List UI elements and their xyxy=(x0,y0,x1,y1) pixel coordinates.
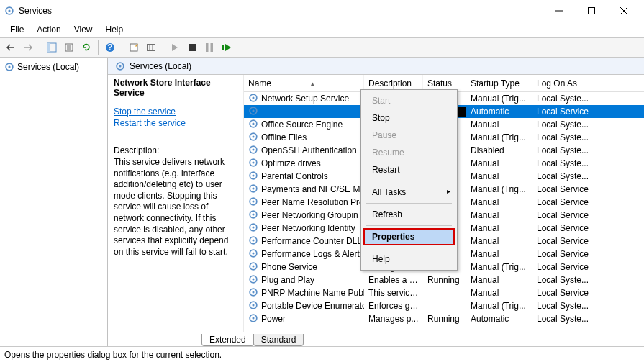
service-log-on-as: Local Service xyxy=(532,249,597,259)
gear-icon xyxy=(248,235,258,248)
tab-extended[interactable]: Extended xyxy=(201,334,254,346)
ctx-properties[interactable]: Properties xyxy=(363,228,455,245)
pause-service-button[interactable] xyxy=(201,40,217,55)
status-text: Opens the properties dialog box for the … xyxy=(4,350,222,360)
service-name: Performance Counter DLL xyxy=(261,236,362,246)
svg-point-31 xyxy=(252,122,254,125)
service-name: PNRP Machine Name Publi... xyxy=(261,288,364,298)
service-name: Parental Controls xyxy=(261,171,328,181)
start-service-button[interactable] xyxy=(167,40,183,55)
svg-text:?: ? xyxy=(107,42,112,53)
svg-point-59 xyxy=(252,304,254,306)
service-name: Network Setup Service xyxy=(261,94,349,104)
col-name[interactable]: Name▴ xyxy=(244,75,364,91)
gear-icon xyxy=(248,171,258,183)
service-log-on-as: Local Syste... xyxy=(532,158,597,168)
service-description: Enables a c... xyxy=(364,275,423,285)
menu-file[interactable]: File xyxy=(4,23,30,36)
restart-service-link[interactable]: Restart the service xyxy=(114,118,236,128)
svg-point-47 xyxy=(252,226,254,228)
menu-action[interactable]: Action xyxy=(31,23,66,36)
status-bar: Opens the properties dialog box for the … xyxy=(0,346,644,362)
service-name: Peer Name Resolution Pro xyxy=(261,197,364,207)
stop-service-link[interactable]: Stop the service xyxy=(114,107,236,117)
service-row[interactable]: Plug and PlayEnables a c...RunningManual… xyxy=(244,273,644,286)
ctx-resume: Resume xyxy=(363,144,455,161)
ctx-start: Start xyxy=(363,92,455,109)
service-startup-type: Automatic xyxy=(466,107,532,117)
service-startup-type: Manual (Trig... xyxy=(466,262,532,272)
service-log-on-as: Local Service xyxy=(532,288,597,298)
svg-point-39 xyxy=(252,174,254,176)
col-log-on-as[interactable]: Log On As xyxy=(532,75,597,91)
service-name: Office Source Engine xyxy=(261,119,343,130)
service-log-on-as: Local Syste... xyxy=(532,275,597,285)
ctx-help[interactable]: Help xyxy=(363,250,455,268)
svg-rect-18 xyxy=(189,44,196,51)
services-list: Name▴ Description Status Startup Type Lo… xyxy=(243,75,644,332)
gear-icon xyxy=(248,222,258,235)
help-button[interactable]: ? xyxy=(102,40,118,55)
maximize-button[interactable] xyxy=(575,0,607,22)
back-button[interactable] xyxy=(3,40,19,55)
ctx-all-tasks[interactable]: All Tasks xyxy=(363,184,455,201)
restart-service-button[interactable] xyxy=(219,40,235,55)
ctx-stop[interactable]: Stop xyxy=(363,109,455,127)
gear-icon xyxy=(248,184,258,196)
svg-point-35 xyxy=(252,148,254,150)
nav-tree-root[interactable]: Services (Local) xyxy=(3,60,104,73)
service-startup-type: Manual xyxy=(466,249,532,259)
show-hide-tree-button[interactable] xyxy=(44,40,60,55)
service-log-on-as: Local Syste... xyxy=(532,119,597,130)
svg-point-57 xyxy=(252,291,254,293)
svg-point-1 xyxy=(8,9,10,12)
stop-service-button[interactable] xyxy=(184,40,200,55)
svg-point-23 xyxy=(8,65,10,68)
service-startup-type: Manual xyxy=(466,210,532,220)
tab-standard[interactable]: Standard xyxy=(253,334,304,346)
gear-icon xyxy=(248,313,258,325)
ctx-restart[interactable]: Restart xyxy=(363,161,455,178)
svg-point-53 xyxy=(252,265,254,267)
nav-tree-root-label: Services (Local) xyxy=(17,62,79,72)
description-text: This service delivers network notificati… xyxy=(114,157,236,258)
gear-icon xyxy=(248,261,258,273)
service-log-on-as: Local Service xyxy=(532,197,597,207)
close-button[interactable] xyxy=(607,0,640,22)
minimize-button[interactable] xyxy=(543,0,575,22)
service-startup-type: Manual (Trig... xyxy=(466,94,532,104)
svg-rect-19 xyxy=(206,43,209,52)
forward-button[interactable] xyxy=(20,40,36,55)
title-bar: Services xyxy=(0,0,644,22)
gear-icon xyxy=(248,106,258,118)
gear-icon xyxy=(248,300,258,312)
selected-service-title: Network Store Interface Service xyxy=(114,78,236,98)
content-header-label: Services (Local) xyxy=(130,61,191,71)
service-description: Manages p... xyxy=(364,314,423,324)
gear-icon xyxy=(248,158,258,170)
svg-point-37 xyxy=(252,161,254,163)
service-row[interactable]: Portable Device Enumerator...Enforces gr… xyxy=(244,299,644,312)
ctx-refresh[interactable]: Refresh xyxy=(363,206,455,223)
service-startup-type: Manual xyxy=(466,223,532,233)
service-log-on-as: Local Service xyxy=(532,184,597,194)
svg-point-49 xyxy=(252,239,254,241)
service-row[interactable]: PowerManages p...RunningAutomaticLocal S… xyxy=(244,312,644,325)
service-startup-type: Manual xyxy=(466,119,532,130)
nav-tree: Services (Local) xyxy=(0,58,108,346)
col-startup-type[interactable]: Startup Type xyxy=(466,75,532,91)
svg-point-27 xyxy=(252,96,254,99)
properties-button[interactable] xyxy=(126,40,142,55)
service-startup-type: Manual xyxy=(466,236,532,246)
service-startup-type: Manual xyxy=(466,171,532,181)
service-row[interactable]: PNRP Machine Name Publi...This service .… xyxy=(244,286,644,299)
menu-view[interactable]: View xyxy=(68,23,99,36)
select-columns-button[interactable] xyxy=(143,40,159,55)
refresh-button[interactable] xyxy=(78,40,94,55)
service-startup-type: Manual xyxy=(466,197,532,207)
service-log-on-as: Local Syste... xyxy=(532,94,597,104)
menu-help[interactable]: Help xyxy=(100,23,130,36)
export-button[interactable] xyxy=(61,40,77,55)
service-log-on-as: Local Service xyxy=(532,107,597,117)
window-title: Services xyxy=(19,6,52,16)
